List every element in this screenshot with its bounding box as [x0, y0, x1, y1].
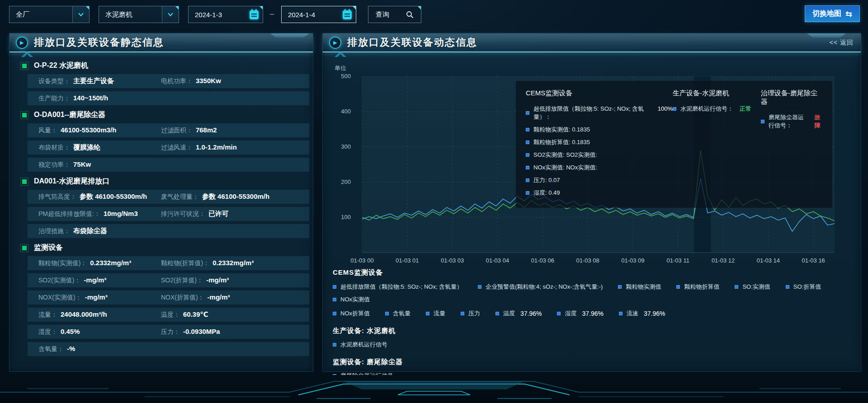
- legend-marker-icon: [526, 178, 529, 182]
- info-cell: 布袋材质：覆膜涤纶: [38, 143, 161, 152]
- tooltip-cems-title: CEMS监测设备: [526, 89, 673, 98]
- end-date-input[interactable]: 2024-1-4: [281, 6, 356, 23]
- field-value: 参数 46100-55300m/h: [202, 192, 269, 201]
- device-select[interactable]: 水泥磨机: [99, 6, 179, 23]
- info-cell: 生产能力：140~150t/h: [38, 94, 161, 103]
- svg-text:100: 100: [341, 214, 351, 220]
- legend-item[interactable]: 流速37.96%: [619, 309, 665, 318]
- back-link-label: 返回: [840, 39, 854, 46]
- legend-item[interactable]: 温度37.96%: [495, 309, 542, 318]
- info-cell: 湿度：0.45%: [38, 328, 161, 336]
- tooltip-item-value: 100%: [658, 105, 673, 112]
- info-cell: 过滤面积：768m2: [161, 126, 305, 135]
- field-value: 60.39℃: [183, 310, 208, 319]
- signal-label: 磨尾除尘器运行信号：: [769, 113, 808, 130]
- legend-item[interactable]: 压力: [461, 309, 480, 318]
- tooltip-production-title: 生产设备-水泥磨机: [673, 89, 761, 98]
- tooltip-item: 颗粒物折算值: 0.1835: [526, 138, 673, 146]
- section-title-label: DA001-水泥磨尾排放口: [34, 177, 109, 186]
- info-cell: 废气处理量：参数 46100-55300m/h: [161, 192, 305, 201]
- field-label: 颗粒物(实测值)：: [38, 259, 87, 267]
- legend-item[interactable]: 企业预警值(颗粒物:4; sOz-; NOx-;含氧气量:-): [478, 283, 603, 291]
- legend-item[interactable]: 含氧量: [385, 309, 410, 318]
- calendar-icon[interactable]: [341, 9, 353, 21]
- tooltip-item-text: SO2实测值: SO2实测值:: [533, 151, 597, 159]
- tooltip-item-text: NOx实测值: NOx实测值:: [533, 164, 597, 172]
- legend-marker-icon: [526, 128, 529, 131]
- legend-item[interactable]: 流量: [426, 309, 445, 318]
- legend-item-label: 温度: [503, 309, 515, 318]
- date-range-separator: –: [270, 10, 274, 18]
- legend-item[interactable]: NOx折算值: [333, 309, 370, 318]
- svg-text:300: 300: [341, 143, 351, 150]
- info-cell: NOX(实测值)：-mg/m³: [38, 293, 161, 302]
- legend-item[interactable]: NOx实测值: [333, 295, 370, 304]
- tooltip-item-text: 湿度: 0.49: [533, 189, 560, 197]
- calendar-icon[interactable]: [248, 9, 260, 21]
- section-title: DA001-水泥磨尾排放口: [22, 177, 313, 186]
- legend-marker-icon: [673, 107, 676, 111]
- legend-item[interactable]: 超低排放限值（颗拉物:5: SOz-; NOx; 含氧量）: [333, 283, 462, 291]
- section-title: O-P-22 水泥磨机: [22, 61, 313, 70]
- info-cell: 排气筒高度：参数 46100-55300m/h: [38, 192, 161, 201]
- plant-select-arrow[interactable]: [72, 6, 89, 23]
- legend-marker-icon: [761, 120, 764, 123]
- query-button-label: 查询: [376, 10, 389, 19]
- svg-text:01-03 16: 01-03 16: [802, 257, 825, 264]
- legend-item[interactable]: 颗粒物折算值: [676, 283, 719, 291]
- svg-text:01-03 01: 01-03 01: [396, 257, 419, 264]
- section-title: 监测设备: [22, 243, 313, 253]
- info-cell: 压力：-0.0930MPa: [161, 328, 305, 336]
- legend-item-label: SO:实测值: [742, 283, 770, 291]
- legend-item[interactable]: SO:实测值: [735, 283, 770, 291]
- legend-item-production-signal[interactable]: 水泥磨机运行信号: [333, 341, 853, 349]
- field-value: -mg/m³: [85, 293, 108, 301]
- legend-marker-icon: [426, 312, 429, 315]
- legend-marker-icon: [461, 312, 464, 315]
- svg-text:01-03 12: 01-03 12: [712, 257, 735, 264]
- svg-text:500: 500: [341, 73, 351, 80]
- legend-item-value: 37.96%: [520, 310, 542, 317]
- field-label: NOX(折算值)：: [161, 294, 204, 302]
- chart-tooltip: CEMS监测设备 超低排放限值（颗拉物:5: SOz-; NOx; 含氧量）：1…: [516, 81, 832, 208]
- back-link[interactable]: << 返回: [830, 39, 854, 47]
- tooltip-item: SO2实测值: SO2实测值:: [526, 151, 673, 159]
- svg-text:单位: 单位: [335, 65, 346, 71]
- play-icon: ▶: [16, 37, 28, 49]
- tooltip-item-text: 颗粒物折算值: 0.1835: [533, 138, 590, 146]
- info-row: PM超低排排放限值:：10mg/Nm3排污许可状况：已许可: [28, 207, 309, 221]
- query-button[interactable]: 查询: [368, 6, 421, 23]
- field-value: 3350Kw: [196, 77, 221, 84]
- search-icon: [406, 11, 414, 19]
- field-label: PM超低排排放限值:：: [38, 210, 100, 218]
- start-date-input[interactable]: 2024-1-3: [188, 6, 263, 23]
- legend-item-label: 企业预警值(颗粒物:4; sOz-; NOx-;含氧气量:-): [486, 283, 603, 291]
- field-value: 1.0-1.2m/min: [196, 143, 237, 151]
- legend-row-1: 超低排放限值（颗拉物:5: SOz-; NOx; 含氧量）企业预警值(颗粒物:4…: [333, 283, 853, 304]
- legend-item[interactable]: 颗粒物实测值: [618, 283, 661, 291]
- green-square-icon: [22, 246, 27, 250]
- field-value: 768m2: [196, 126, 217, 134]
- legend-item[interactable]: 湿度37.96%: [557, 309, 603, 318]
- legend-item-label: 压力: [468, 309, 480, 318]
- plant-select[interactable]: 全厂: [9, 6, 90, 23]
- field-value: 0.2332mg/m³: [90, 259, 131, 267]
- field-value: 覆膜涤纶: [73, 143, 100, 152]
- legend-item[interactable]: SO:折算值: [786, 283, 821, 291]
- field-value: -mg/m³: [206, 276, 229, 284]
- info-row: 治理措施：布袋除尘器: [28, 224, 309, 238]
- tooltip-treatment-title: 治理设备-磨尾除尘器: [761, 89, 822, 106]
- info-cell: 流量：24048.000m³/h: [38, 310, 161, 319]
- legend-item-label: 含氧量: [393, 309, 410, 318]
- device-select-arrow[interactable]: [162, 6, 179, 23]
- field-value: 参数 46100-55300m/h: [80, 192, 147, 201]
- field-value: 已许可: [208, 210, 229, 218]
- section-title-label: 监测设备: [34, 243, 63, 253]
- legend-row-2: NOx折算值含氧量流量压力温度37.96%湿度37.96%流速37.96%: [333, 309, 853, 318]
- switch-map-button[interactable]: 切换地图 ⇆: [805, 5, 860, 22]
- field-label: 额定功率：: [38, 161, 70, 169]
- legend-item-label: 流速: [627, 309, 638, 318]
- info-cell: 颗粒物(实测值)：0.2332mg/m³: [38, 259, 161, 267]
- tooltip-treatment-column: 治理设备-磨尾除尘器 磨尾除尘器运行信号： 故障: [761, 89, 822, 202]
- info-cell: 电机功率：3350Kw: [161, 77, 305, 85]
